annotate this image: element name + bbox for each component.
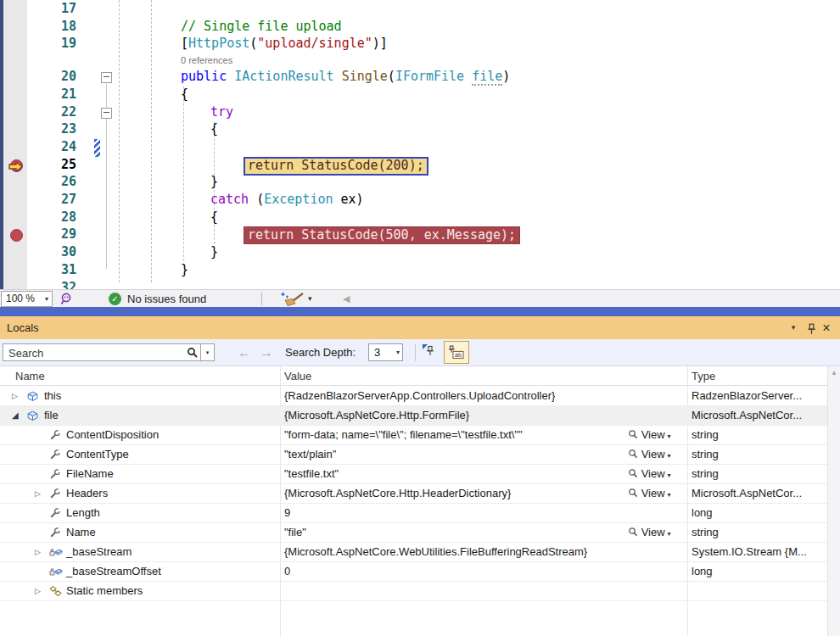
chevron-down-icon: ▾	[668, 471, 671, 479]
hscroll-left-icon[interactable]: ◀	[343, 290, 350, 308]
pin-icon[interactable]	[804, 316, 818, 339]
view-label: View	[641, 428, 665, 441]
code-line-28[interactable]: {	[210, 209, 218, 227]
locals-row-contenttype[interactable]: ContentType"text/plain" View▾string	[0, 445, 827, 465]
variable-type: long	[692, 504, 713, 522]
code-line-22[interactable]: try	[210, 104, 233, 122]
code-line-27[interactable]: catch (Exception ex)	[210, 192, 364, 209]
variable-type: Microsoft.AspNetCor...	[692, 484, 802, 503]
code-line-19[interactable]: [HttpPost("upload/single")]	[181, 36, 388, 53]
locals-title: Locals	[7, 316, 39, 339]
issues-status-text[interactable]: No issues found	[127, 290, 206, 308]
pinned-properties-toggle[interactable]: ab	[444, 341, 469, 364]
code-line-31[interactable]: }	[181, 262, 188, 280]
view-value-button[interactable]: View▾	[628, 484, 686, 503]
search-icon[interactable]	[187, 347, 199, 362]
variable-value: {Microsoft.AspNetCore.Http.HeaderDiction…	[284, 484, 511, 503]
vertical-scrollbar[interactable]: ▲	[827, 366, 840, 636]
expand-icon[interactable]: ▷	[35, 543, 41, 561]
static-icon	[49, 585, 62, 600]
current-statement-arrow-icon[interactable]	[8, 160, 24, 176]
view-value-button[interactable]: View▾	[628, 445, 686, 464]
field-private-icon	[49, 566, 64, 580]
line-number: 26	[27, 174, 76, 192]
locals-row-this[interactable]: ▷this{RadzenBlazorServerApp.Controllers.…	[0, 387, 827, 406]
locals-row-name[interactable]: Name"file" View▾string	[0, 523, 827, 543]
variable-icon	[26, 410, 39, 424]
expand-icon[interactable]: ▷	[35, 484, 41, 503]
search-box[interactable]: ▾	[3, 343, 215, 361]
code-line-29[interactable]: return StatusCode(500, ex.Message);	[244, 226, 520, 244]
variable-value: "text/plain"	[284, 445, 336, 464]
view-value-button[interactable]: View▾	[628, 465, 686, 483]
variable-name: file	[44, 406, 59, 425]
line-number: 23	[27, 121, 76, 139]
line-number: 22	[27, 104, 76, 122]
chevron-down-icon: ▾	[668, 432, 671, 440]
locals-row-headers[interactable]: ▷Headers{Microsoft.AspNetCore.Http.Heade…	[0, 484, 827, 504]
issues-check-icon: ✓	[109, 293, 121, 305]
breakpoint-icon[interactable]	[10, 229, 23, 242]
search-depth-dropdown[interactable]: 3 ▾	[368, 343, 403, 361]
variable-type: string	[692, 523, 719, 542]
line-number: 27	[27, 192, 76, 209]
view-value-button[interactable]: View▾	[628, 523, 686, 542]
view-value-button[interactable]: View▾	[628, 426, 686, 444]
code-line-18[interactable]: // Single file upload	[181, 19, 342, 36]
code-line-25[interactable]: return StatusCode(200);	[244, 157, 428, 176]
locals-row-_basestreamoffset[interactable]: _baseStreamOffset0long	[0, 562, 827, 582]
locals-title-bar[interactable]: Locals ▾ ×	[0, 316, 840, 339]
search-input[interactable]	[7, 345, 180, 361]
locals-row-contentdisposition[interactable]: ContentDisposition"form-data; name=\"fil…	[0, 426, 827, 445]
pin-to-source-button[interactable]	[422, 343, 440, 362]
code-line-21[interactable]: {	[181, 86, 188, 104]
locals-row-file[interactable]: ◢file{Microsoft.AspNetCore.Http.FormFile…	[0, 406, 827, 426]
window-splitter[interactable]	[0, 307, 840, 316]
search-back-icon[interactable]: ←	[238, 339, 251, 366]
fold-collapse-icon[interactable]	[101, 108, 112, 119]
line-number: 31	[27, 262, 76, 280]
code-line-30[interactable]: }	[210, 244, 218, 262]
divider	[261, 293, 262, 305]
code-editor[interactable]: 17181920212223242526272829303132 0 refer…	[0, 0, 840, 289]
variable-type: string	[692, 426, 719, 444]
view-label: View	[641, 448, 665, 460]
column-header-value[interactable]: Value	[284, 366, 311, 386]
variable-name: Static members	[66, 582, 143, 600]
expand-icon[interactable]: ▷	[35, 582, 41, 600]
search-forward-icon[interactable]: →	[260, 339, 273, 366]
column-header-name[interactable]: Name	[15, 366, 45, 386]
locals-row-_basestream[interactable]: ▷_baseStream{Microsoft.AspNetCore.WebUti…	[0, 543, 827, 562]
locals-row-length[interactable]: Length9long	[0, 504, 827, 523]
indent-guide	[183, 86, 184, 261]
line-number: 29	[27, 226, 76, 244]
collapse-icon[interactable]: ◢	[12, 406, 19, 425]
table-header: Name Value Type	[0, 366, 827, 386]
scroll-up-icon[interactable]: ▲	[828, 369, 840, 377]
view-label: View	[641, 526, 665, 538]
visual-studio-debug-screen: 17181920212223242526272829303132 0 refer…	[0, 0, 840, 636]
breakpoint-margin[interactable]	[3, 0, 27, 289]
line-number: 25	[27, 157, 76, 175]
search-options-dropdown-icon[interactable]: ▾	[200, 344, 214, 360]
window-position-icon[interactable]: ▾	[787, 316, 799, 339]
divider	[415, 344, 416, 361]
expand-icon[interactable]: ▷	[12, 387, 18, 405]
codelens-references[interactable]: 0 references	[181, 53, 232, 68]
close-icon[interactable]: ×	[820, 316, 833, 339]
line-number: 19	[27, 36, 76, 53]
locals-row-static-members[interactable]: ▷Static members	[0, 582, 827, 601]
code-line-23[interactable]: {	[210, 121, 218, 139]
locals-row-filename[interactable]: FileName"testfile.txt" View▾string	[0, 465, 827, 484]
property-icon	[49, 527, 61, 541]
field-private-icon	[49, 546, 64, 561]
variable-name: ContentDisposition	[66, 426, 159, 444]
fold-collapse-icon[interactable]	[101, 72, 112, 83]
zoom-level-dropdown[interactable]: 100 % ▾	[1, 291, 53, 307]
code-line-26[interactable]: }	[210, 174, 218, 192]
code-cleanup-dropdown-icon[interactable]: ▾	[308, 290, 312, 308]
search-depth-value: 3	[374, 344, 380, 360]
variable-name: this	[44, 387, 61, 405]
code-line-20[interactable]: public IActionResult Single(IFormFile fi…	[181, 69, 510, 86]
column-header-type[interactable]: Type	[692, 366, 715, 386]
